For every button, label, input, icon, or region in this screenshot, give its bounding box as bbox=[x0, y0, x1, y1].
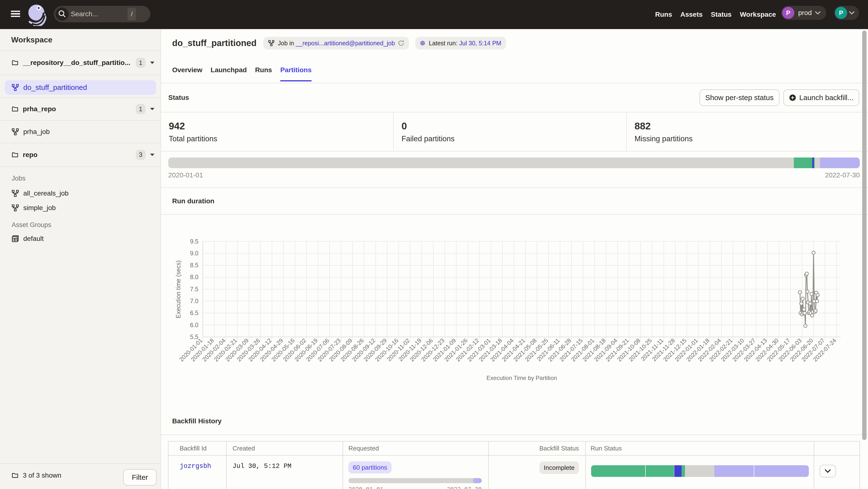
svg-text:9.0: 9.0 bbox=[190, 250, 198, 257]
svg-text:8.5: 8.5 bbox=[190, 262, 198, 269]
svg-text:7.0: 7.0 bbox=[190, 298, 198, 304]
svg-text:9.5: 9.5 bbox=[190, 238, 198, 245]
svg-text:Execution Time by Partition: Execution Time by Partition bbox=[487, 374, 557, 381]
svg-text:Execution time (secs): Execution time (secs) bbox=[175, 260, 182, 318]
svg-text:6.0: 6.0 bbox=[190, 322, 198, 328]
svg-text:6.5: 6.5 bbox=[190, 310, 198, 317]
svg-text:8.0: 8.0 bbox=[190, 274, 198, 281]
svg-text:7.5: 7.5 bbox=[190, 286, 198, 292]
